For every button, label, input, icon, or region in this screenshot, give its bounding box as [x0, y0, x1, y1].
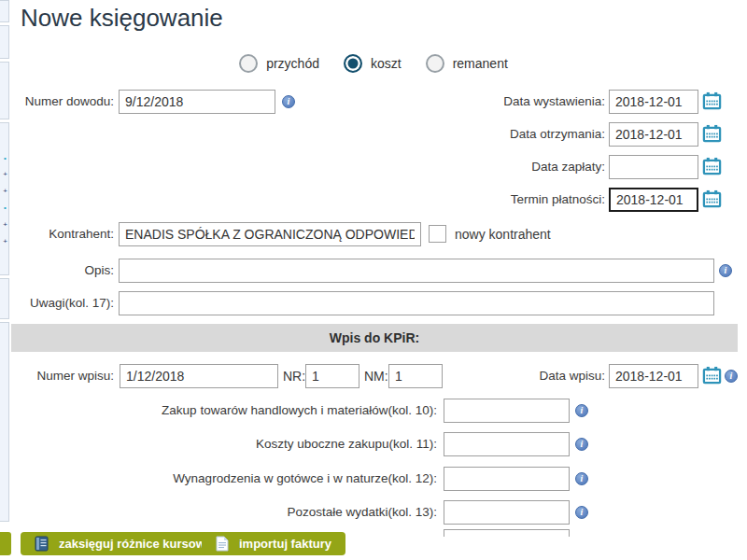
- radio-dot-icon[interactable]: [426, 54, 444, 73]
- termin-platnosci-label: Termin płatności:: [467, 192, 605, 206]
- info-icon[interactable]: [725, 370, 738, 383]
- calendar-icon[interactable]: [702, 124, 722, 144]
- kontrahent-label: Kontrahent:: [0, 227, 114, 241]
- zaksieguj-roznice-kursowe-button[interactable]: zaksięguj różnice kursowe: [21, 532, 226, 555]
- importuj-faktury-button[interactable]: importuj faktury: [202, 532, 345, 555]
- kol12-input[interactable]: [444, 467, 570, 491]
- tree-expand-icon[interactable]: +: [1, 188, 9, 195]
- tree-expand-icon[interactable]: +: [1, 171, 9, 178]
- radio-dot-icon[interactable]: [344, 54, 362, 73]
- info-icon[interactable]: [575, 438, 588, 451]
- sidebar-segment: [0, 322, 9, 522]
- kpir-section-header: Wpis do KPiR:: [11, 324, 738, 352]
- kol11-input[interactable]: [444, 432, 570, 456]
- numer-dowodu-label: Numer dowodu:: [0, 94, 114, 108]
- info-icon[interactable]: [575, 472, 588, 485]
- tree-bullet-icon: •: [1, 204, 9, 212]
- button-label: zaksięguj różnice kursowe: [59, 537, 212, 551]
- data-otrzymania-input[interactable]: [609, 122, 698, 147]
- radio-label: przychód: [266, 56, 319, 71]
- nowy-kontrahent-label: nowy kontrahent: [455, 227, 551, 242]
- numer-wpisu-input[interactable]: [120, 364, 278, 388]
- numer-wpisu-label: Numer wpisu:: [0, 369, 114, 383]
- kol10-label: Zakup towarów handlowych i materiałów(ko…: [56, 403, 437, 417]
- kontrahent-input[interactable]: [119, 222, 421, 246]
- sidebar-segment: [0, 122, 9, 275]
- kol10-input[interactable]: [444, 399, 570, 423]
- calendar-icon[interactable]: [702, 366, 722, 385]
- radio-dot-icon[interactable]: [239, 54, 258, 73]
- info-icon[interactable]: [719, 264, 732, 277]
- nm-label: NM:: [364, 369, 388, 384]
- info-icon[interactable]: [575, 506, 588, 519]
- button-label: importuj faktury: [239, 537, 331, 551]
- radio-koszt[interactable]: koszt: [344, 54, 402, 73]
- sidebar-segment: [0, 0, 9, 22]
- calendar-icon[interactable]: [702, 157, 722, 176]
- ledger-book-icon: [35, 536, 49, 552]
- numer-dowodu-input[interactable]: [119, 90, 275, 114]
- data-wystawienia-input[interactable]: [609, 90, 698, 114]
- opis-input[interactable]: [119, 259, 714, 283]
- page-title: Nowe księgowanie: [21, 0, 223, 35]
- tree-bullet-icon: •: [1, 155, 9, 162]
- radio-remanent[interactable]: remanent: [426, 54, 508, 73]
- data-zaplaty-label: Data zapłaty:: [467, 160, 605, 174]
- data-wystawienia-label: Data wystawienia:: [467, 94, 605, 108]
- document-icon: [216, 536, 229, 552]
- data-wpisu-input[interactable]: [609, 364, 698, 388]
- calendar-icon[interactable]: [702, 189, 722, 209]
- kol13-label: Pozostałe wydatki(kol. 13):: [56, 505, 437, 519]
- nr-label: NR:: [283, 369, 305, 384]
- kol13-input[interactable]: [444, 500, 570, 525]
- entry-type-radio-group: przychód koszt remanent: [0, 54, 747, 73]
- nr-input[interactable]: [305, 364, 359, 388]
- calendar-icon[interactable]: [702, 91, 722, 111]
- info-icon[interactable]: [282, 95, 295, 108]
- data-otrzymania-label: Data otrzymania:: [467, 127, 605, 141]
- radio-label: remanent: [453, 56, 508, 71]
- info-icon[interactable]: [575, 404, 588, 417]
- radio-label: koszt: [371, 56, 402, 71]
- nowy-kontrahent-checkbox[interactable]: [429, 225, 446, 243]
- radio-przychod[interactable]: przychód: [239, 54, 319, 73]
- data-zaplaty-input[interactable]: [609, 155, 698, 179]
- next-amount-input-partial[interactable]: [444, 529, 570, 537]
- uwagi-input[interactable]: [119, 291, 714, 315]
- termin-platnosci-input[interactable]: [609, 188, 698, 212]
- opis-label: Opis:: [0, 263, 114, 277]
- data-wpisu-label: Data wpisu:: [467, 369, 605, 383]
- uwagi-label: Uwagi(kol. 17):: [0, 296, 114, 310]
- kol12-label: Wynagrodzenia w gotówce i w naturze(kol.…: [56, 471, 437, 485]
- new-booking-screen: • + + • + + Nowe księgowanie przychód ko…: [0, 0, 747, 560]
- kol11-label: Koszty uboczne zakupu(kol. 11):: [56, 437, 437, 451]
- nm-input[interactable]: [388, 364, 443, 388]
- cut-off-button[interactable]: [0, 532, 11, 555]
